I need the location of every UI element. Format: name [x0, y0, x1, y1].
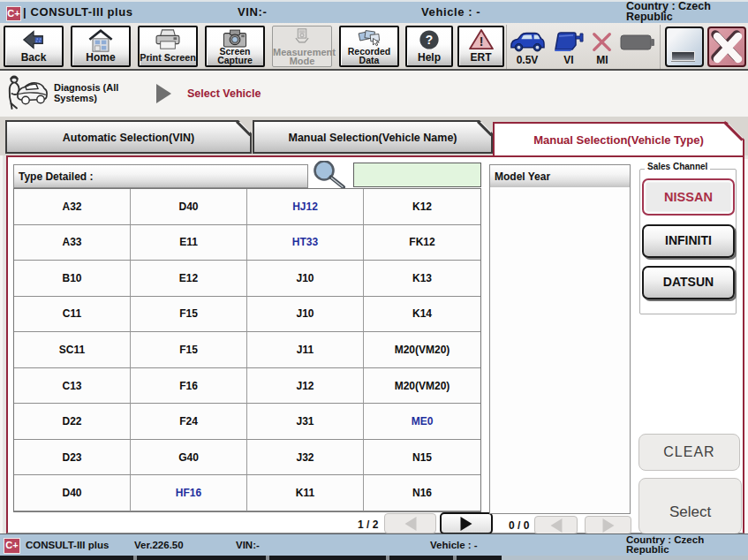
svg-text:?: ?	[426, 33, 433, 47]
svg-text:!: !	[479, 34, 483, 49]
